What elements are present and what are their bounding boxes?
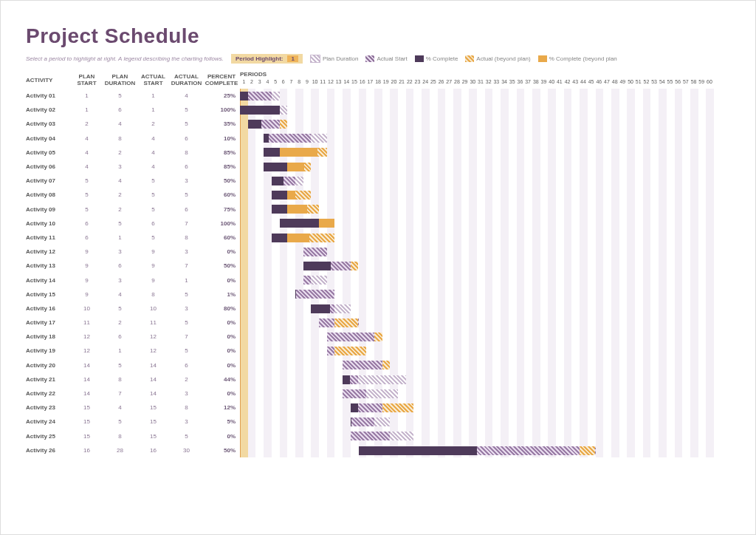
percent-complete: 50% <box>203 447 240 454</box>
legend-row: Select a period to highlight at right. A… <box>26 54 730 64</box>
gantt-row <box>240 202 714 217</box>
bar-complete-beyond <box>287 191 295 200</box>
app-frame: Project Schedule Select a period to high… <box>0 0 756 535</box>
actual-dur: 3 <box>170 177 203 184</box>
bar-complete-beyond <box>280 148 317 157</box>
activity-name: Activity 26 <box>26 447 70 454</box>
percent-complete: 60% <box>203 191 240 198</box>
bar-actual <box>264 134 311 143</box>
bar-complete <box>359 446 478 455</box>
actual-start: 14 <box>137 390 170 397</box>
plan-dur: 8 <box>103 433 137 440</box>
data-columns: ACTIVITY PLAN START PLAN DURATION ACTUAL… <box>26 71 240 457</box>
actual-start: 4 <box>137 135 170 142</box>
plan-dur: 6 <box>103 106 137 113</box>
plan-dur: 5 <box>103 418 137 425</box>
actual-dur: 3 <box>170 248 203 255</box>
activity-name: Activity 20 <box>26 362 70 369</box>
actual-start: 5 <box>137 206 170 213</box>
table-row: Activity 1610510380% <box>26 301 240 316</box>
plan-start: 9 <box>70 277 103 284</box>
gantt-row <box>240 401 714 415</box>
bar-complete-beyond <box>287 163 303 171</box>
bar-complete <box>264 134 268 143</box>
percent-complete: 80% <box>203 305 240 312</box>
plan-dur: 1 <box>103 234 137 241</box>
actual-start: 9 <box>137 277 170 284</box>
actual-start: 12 <box>137 333 170 340</box>
gantt-row <box>240 231 714 245</box>
gantt-chart: PERIODS 12345678910111213141516171819202… <box>240 71 730 457</box>
actual-start: 5 <box>137 191 170 198</box>
gantt-row <box>240 372 714 386</box>
period-highlight-value: 1 <box>287 55 298 62</box>
bar-complete <box>351 418 352 426</box>
plan-start: 14 <box>70 376 103 383</box>
hdr-actual-start: ACTUAL START <box>137 73 170 86</box>
hint-text: Select a period to highlight at right. A… <box>26 55 224 62</box>
swatch-complete-icon <box>415 55 424 62</box>
table-row: Activity 221471430% <box>26 386 240 401</box>
table-row: Activity 181261270% <box>26 330 240 344</box>
bar-complete <box>248 120 262 129</box>
percent-complete: 1% <box>203 291 240 298</box>
hdr-plan-start: PLAN START <box>70 73 103 86</box>
activity-name: Activity 03 <box>26 120 70 127</box>
table-row: Activity 07545350% <box>26 174 240 188</box>
bar-complete <box>343 375 349 384</box>
bar-complete <box>303 262 331 270</box>
actual-start: 11 <box>137 319 170 326</box>
percent-complete: 0% <box>203 248 240 255</box>
plan-dur: 6 <box>103 262 137 269</box>
percent-complete: 0% <box>203 390 240 397</box>
percent-complete: 75% <box>203 206 240 213</box>
bar-beyond <box>382 403 414 412</box>
table-row: Activity 01151425% <box>26 89 240 103</box>
table-row: Activity 201451460% <box>26 358 240 372</box>
plan-start: 15 <box>70 433 103 440</box>
percent-complete: 85% <box>203 149 240 156</box>
table-row: Activity 171121150% <box>26 316 240 330</box>
actual-dur: 2 <box>170 376 203 383</box>
gantt-row <box>240 188 714 202</box>
table-row: Activity 106567100% <box>26 217 240 231</box>
bar-complete-beyond <box>287 205 307 214</box>
actual-start: 6 <box>137 220 170 227</box>
table-row: Activity 191211250% <box>26 344 240 358</box>
percent-complete: 5% <box>203 418 240 425</box>
activity-name: Activity 01 <box>26 92 70 99</box>
gantt-row <box>240 217 714 231</box>
plan-start: 9 <box>70 248 103 255</box>
percent-complete: 44% <box>203 376 240 383</box>
plan-start: 9 <box>70 262 103 269</box>
actual-dur: 8 <box>170 404 203 411</box>
plan-start: 12 <box>70 347 103 354</box>
plan-dur: 2 <box>103 206 137 213</box>
activity-name: Activity 14 <box>26 277 70 284</box>
bar-actual <box>351 418 374 426</box>
bar-actual <box>303 276 312 284</box>
table-row: Activity 2315415812% <box>26 401 240 415</box>
period-highlight-label: Period Highlight: <box>236 55 283 62</box>
legend-complete: % Complete <box>415 55 458 62</box>
activity-name: Activity 18 <box>26 333 70 340</box>
actual-dur: 6 <box>170 163 203 170</box>
swatch-beyond-icon <box>465 55 474 62</box>
hdr-percent: PERCENT COMPLETE <box>203 73 240 86</box>
legend-cbeyond: % Complete (beyond plan <box>538 55 617 62</box>
table-row: Activity 03242535% <box>26 117 240 131</box>
percent-complete: 25% <box>203 92 240 99</box>
plan-start: 2 <box>70 120 103 127</box>
period-highlight-box[interactable]: Period Highlight: 1 <box>231 54 303 64</box>
table-row: Activity 261628163050% <box>26 443 240 457</box>
percent-complete: 60% <box>203 234 240 241</box>
plan-dur: 5 <box>103 362 137 369</box>
activity-name: Activity 23 <box>26 404 70 411</box>
actual-start: 5 <box>137 234 170 241</box>
bar-beyond <box>280 120 288 129</box>
plan-start: 4 <box>70 135 103 142</box>
actual-start: 4 <box>137 149 170 156</box>
gantt-row <box>240 273 714 287</box>
activity-name: Activity 09 <box>26 206 70 213</box>
activity-name: Activity 12 <box>26 248 70 255</box>
